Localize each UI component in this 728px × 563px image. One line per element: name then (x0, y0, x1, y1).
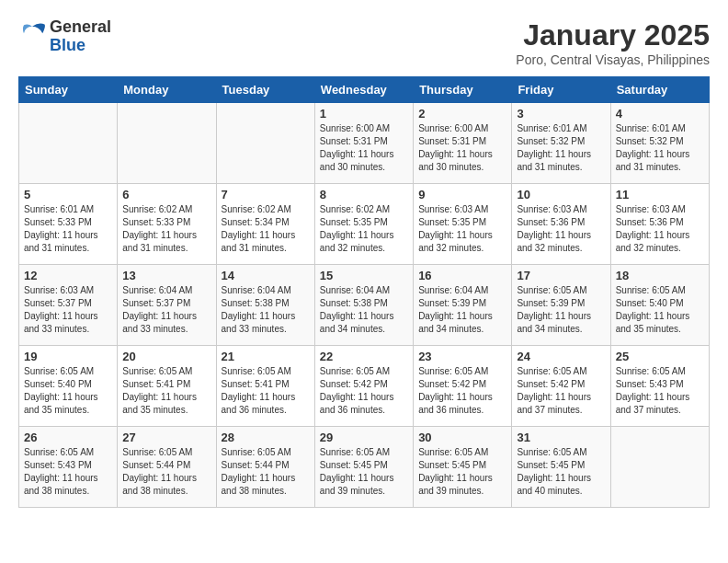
sunrise-text: Sunrise: 6:05 AM (24, 447, 94, 457)
sunset-text: Sunset: 5:38 PM (320, 298, 388, 308)
sunrise-text: Sunrise: 6:05 AM (418, 366, 488, 376)
day-number: 11 (616, 188, 704, 201)
sunset-text: Sunset: 5:42 PM (320, 379, 388, 389)
sunrise-text: Sunrise: 6:05 AM (222, 447, 291, 457)
sunset-text: Sunset: 5:42 PM (418, 379, 486, 389)
daylight-text: Daylight: 11 hours and 38 minutes. (122, 473, 197, 496)
day-info: Sunrise: 6:05 AMSunset: 5:45 PMDaylight:… (320, 446, 408, 498)
calendar-cell: 1Sunrise: 6:00 AMSunset: 5:31 PMDaylight… (314, 103, 413, 184)
day-number: 5 (24, 188, 112, 201)
sunrise-text: Sunrise: 6:04 AM (222, 285, 291, 295)
calendar-cell: 20Sunrise: 6:05 AMSunset: 5:41 PMDayligh… (118, 346, 216, 427)
daylight-text: Daylight: 11 hours and 32 minutes. (418, 230, 493, 253)
day-number: 1 (320, 107, 408, 121)
calendar-cell: 10Sunrise: 6:03 AMSunset: 5:36 PMDayligh… (512, 184, 610, 265)
sunrise-text: Sunrise: 6:04 AM (320, 285, 390, 295)
header-friday: Friday (512, 77, 610, 103)
day-info: Sunrise: 6:05 AMSunset: 5:42 PMDaylight:… (418, 365, 506, 417)
day-number: 16 (418, 269, 506, 282)
sunset-text: Sunset: 5:45 PM (517, 460, 585, 470)
day-info: Sunrise: 6:05 AMSunset: 5:44 PMDaylight:… (222, 446, 310, 498)
day-info: Sunrise: 6:00 AMSunset: 5:31 PMDaylight:… (418, 122, 506, 174)
sunset-text: Sunset: 5:43 PM (616, 379, 684, 389)
calendar-cell: 21Sunrise: 6:05 AMSunset: 5:41 PMDayligh… (216, 346, 314, 427)
sunrise-text: Sunrise: 6:03 AM (616, 204, 686, 214)
calendar-cell: 11Sunrise: 6:03 AMSunset: 5:36 PMDayligh… (610, 184, 709, 265)
calendar-cell: 13Sunrise: 6:04 AMSunset: 5:37 PMDayligh… (118, 265, 216, 346)
day-info: Sunrise: 6:05 AMSunset: 5:44 PMDaylight:… (122, 446, 210, 498)
daylight-text: Daylight: 11 hours and 30 minutes. (418, 149, 493, 172)
calendar-cell: 24Sunrise: 6:05 AMSunset: 5:42 PMDayligh… (512, 346, 610, 427)
header-sunday: Sunday (19, 77, 118, 103)
day-info: Sunrise: 6:04 AMSunset: 5:38 PMDaylight:… (320, 284, 408, 336)
sunrise-text: Sunrise: 6:02 AM (222, 204, 291, 214)
sunrise-text: Sunrise: 6:05 AM (122, 366, 192, 376)
week-row-4: 19Sunrise: 6:05 AMSunset: 5:40 PMDayligh… (19, 346, 710, 427)
day-number: 26 (24, 431, 112, 444)
day-number: 22 (320, 350, 408, 363)
sunrise-text: Sunrise: 6:00 AM (418, 123, 488, 133)
day-number: 6 (122, 188, 210, 201)
day-info: Sunrise: 6:05 AMSunset: 5:40 PMDaylight:… (24, 365, 112, 417)
day-number: 2 (418, 107, 506, 121)
daylight-text: Daylight: 11 hours and 31 minutes. (122, 230, 197, 253)
calendar-cell: 18Sunrise: 6:05 AMSunset: 5:40 PMDayligh… (610, 265, 709, 346)
sunset-text: Sunset: 5:39 PM (418, 298, 486, 308)
day-info: Sunrise: 6:02 AMSunset: 5:34 PMDaylight:… (222, 203, 310, 255)
day-number: 23 (418, 350, 506, 363)
calendar-cell: 5Sunrise: 6:01 AMSunset: 5:33 PMDaylight… (19, 184, 118, 265)
day-number: 30 (418, 431, 506, 444)
daylight-text: Daylight: 11 hours and 35 minutes. (122, 392, 197, 415)
daylight-text: Daylight: 11 hours and 34 minutes. (418, 311, 493, 334)
calendar-cell: 9Sunrise: 6:03 AMSunset: 5:35 PMDaylight… (414, 184, 512, 265)
sunrise-text: Sunrise: 6:05 AM (616, 285, 686, 295)
calendar-cell: 22Sunrise: 6:05 AMSunset: 5:42 PMDayligh… (314, 346, 413, 427)
sunset-text: Sunset: 5:33 PM (24, 217, 92, 227)
sunset-text: Sunset: 5:33 PM (122, 217, 190, 227)
daylight-text: Daylight: 11 hours and 38 minutes. (222, 473, 296, 496)
sunset-text: Sunset: 5:36 PM (517, 217, 585, 227)
calendar-cell: 26Sunrise: 6:05 AMSunset: 5:43 PMDayligh… (19, 427, 118, 508)
logo: General Blue (18, 18, 111, 55)
calendar-cell (118, 103, 216, 184)
day-number: 14 (222, 269, 310, 282)
sunset-text: Sunset: 5:38 PM (222, 298, 290, 308)
day-info: Sunrise: 6:03 AMSunset: 5:35 PMDaylight:… (418, 203, 506, 255)
calendar-cell: 12Sunrise: 6:03 AMSunset: 5:37 PMDayligh… (19, 265, 118, 346)
day-info: Sunrise: 6:05 AMSunset: 5:41 PMDaylight:… (222, 365, 310, 417)
sunrise-text: Sunrise: 6:05 AM (418, 447, 488, 457)
sunset-text: Sunset: 5:35 PM (418, 217, 486, 227)
day-info: Sunrise: 6:05 AMSunset: 5:40 PMDaylight:… (616, 284, 704, 336)
sunrise-text: Sunrise: 6:03 AM (24, 285, 94, 295)
sunrise-text: Sunrise: 6:02 AM (122, 204, 192, 214)
sunrise-text: Sunrise: 6:05 AM (517, 366, 586, 376)
day-info: Sunrise: 6:03 AMSunset: 5:36 PMDaylight:… (616, 203, 704, 255)
calendar-cell: 2Sunrise: 6:00 AMSunset: 5:31 PMDaylight… (414, 103, 512, 184)
sunset-text: Sunset: 5:39 PM (517, 298, 585, 308)
daylight-text: Daylight: 11 hours and 37 minutes. (616, 392, 690, 415)
calendar-cell: 27Sunrise: 6:05 AMSunset: 5:44 PMDayligh… (118, 427, 216, 508)
calendar-cell: 4Sunrise: 6:01 AMSunset: 5:32 PMDaylight… (610, 103, 709, 184)
sunrise-text: Sunrise: 6:05 AM (517, 447, 586, 457)
calendar-cell: 6Sunrise: 6:02 AMSunset: 5:33 PMDaylight… (118, 184, 216, 265)
calendar-cell (19, 103, 118, 184)
sunset-text: Sunset: 5:32 PM (616, 136, 684, 146)
day-number: 21 (222, 350, 310, 363)
sunrise-text: Sunrise: 6:02 AM (320, 204, 390, 214)
day-number: 15 (320, 269, 408, 282)
sunrise-text: Sunrise: 6:05 AM (320, 366, 390, 376)
day-info: Sunrise: 6:02 AMSunset: 5:33 PMDaylight:… (122, 203, 210, 255)
calendar-header-row: SundayMondayTuesdayWednesdayThursdayFrid… (19, 77, 710, 103)
day-number: 4 (616, 107, 704, 121)
sunrise-text: Sunrise: 6:01 AM (616, 123, 686, 133)
sunset-text: Sunset: 5:31 PM (418, 136, 486, 146)
day-info: Sunrise: 6:04 AMSunset: 5:39 PMDaylight:… (418, 284, 506, 336)
calendar-cell: 23Sunrise: 6:05 AMSunset: 5:42 PMDayligh… (414, 346, 512, 427)
sunset-text: Sunset: 5:35 PM (320, 217, 388, 227)
day-info: Sunrise: 6:05 AMSunset: 5:41 PMDaylight:… (122, 365, 210, 417)
calendar-table: SundayMondayTuesdayWednesdayThursdayFrid… (18, 76, 710, 508)
page-header: General Blue January 2025 Poro, Central … (18, 18, 710, 67)
calendar-cell: 19Sunrise: 6:05 AMSunset: 5:40 PMDayligh… (19, 346, 118, 427)
calendar-cell: 29Sunrise: 6:05 AMSunset: 5:45 PMDayligh… (314, 427, 413, 508)
day-number: 18 (616, 269, 704, 282)
